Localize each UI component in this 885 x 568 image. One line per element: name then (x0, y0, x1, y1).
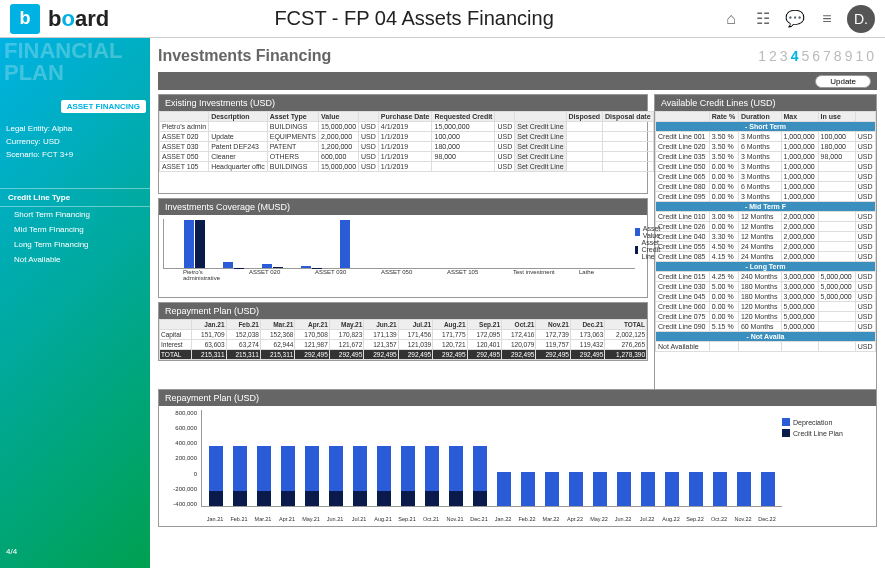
panel-title: Existing Investments (USD) (159, 95, 647, 111)
chat-icon[interactable]: 💬 (783, 7, 807, 31)
credit-group-header[interactable]: - Mid Term F (656, 202, 876, 212)
page-title: FCST - FP 04 Assets Financing (117, 7, 711, 30)
panel-title: Repayment Plan (USD) (159, 303, 647, 319)
existing-investments-table: DescriptionAsset TypeValuePurchase DateR… (159, 111, 654, 172)
disposed-checkbox[interactable] (566, 132, 603, 142)
disposed-checkbox[interactable] (566, 162, 603, 172)
sidebar: FINANCIALPLAN ASSET FINANCING Legal Enti… (0, 38, 150, 568)
avatar[interactable]: D. (847, 5, 875, 33)
sidebar-item[interactable]: Mid Term Financing (0, 222, 150, 237)
panel-title: Available Credit Lines (USD) (655, 95, 876, 111)
layout: FINANCIALPLAN ASSET FINANCING Legal Enti… (0, 38, 885, 568)
app-logo: board (48, 6, 109, 32)
existing-investments-panel: Existing Investments (USD) DescriptionAs… (158, 94, 648, 194)
app-icon: b (10, 4, 40, 34)
sidebar-footer: 4/4 (6, 547, 17, 556)
sidebar-item[interactable]: Short Term Financing (0, 207, 150, 222)
panel-title: Investments Coverage (MUSD) (159, 199, 647, 215)
credit-group-header[interactable]: - Short Term (656, 122, 876, 132)
sidebar-item[interactable]: Long Term Financing (0, 237, 150, 252)
set-credit-line-button[interactable]: Set Credit Line (515, 162, 566, 172)
hierarchy-icon[interactable]: ☷ (751, 7, 775, 31)
section-title: Investments Financing (158, 47, 758, 65)
main: Investments Financing 12345678910 Update… (150, 38, 885, 568)
repayment-chart-panel: Repayment Plan (USD) 800,000600,000400,0… (158, 389, 877, 527)
sidebar-menu: Credit Line Type Short Term FinancingMid… (0, 188, 150, 267)
menu-icon[interactable]: ≡ (815, 7, 839, 31)
legal-entity: Legal Entity: Alpha (6, 123, 146, 136)
sidebar-meta: Legal Entity: Alpha Currency: USD Scenar… (6, 123, 146, 161)
update-button[interactable]: Update (815, 75, 871, 88)
set-credit-line-button[interactable]: Set Credit Line (515, 132, 566, 142)
sidebar-item[interactable]: Not Available (0, 252, 150, 267)
set-credit-line-button[interactable]: Set Credit Line (515, 122, 566, 132)
credit-group-header[interactable]: - Long Term (656, 262, 876, 272)
topbar: b board FCST - FP 04 Assets Financing ⌂ … (0, 0, 885, 38)
repayment-legend: Depreciation Credit Line Plan (782, 410, 872, 522)
repayment-chart: 800,000600,000400,000200,0000-200,000-40… (163, 410, 782, 522)
credit-lines-panel: Available Credit Lines (USD) Rate %Durat… (654, 94, 877, 390)
menu-header[interactable]: Credit Line Type (0, 188, 150, 207)
scenario: Scenario: FCT 3+9 (6, 149, 146, 162)
disposed-checkbox[interactable] (566, 122, 603, 132)
credit-group-header[interactable]: - Not Availa (656, 332, 876, 342)
disposed-checkbox[interactable] (566, 142, 603, 152)
update-bar: Update (158, 72, 877, 90)
sidebar-bg-text: FINANCIALPLAN (4, 40, 123, 84)
repayment-table-panel: Repayment Plan (USD) Jan.21Feb.21Mar.21A… (158, 302, 648, 361)
step-indicator: 12345678910 (758, 48, 877, 64)
repayment-table: Jan.21Feb.21Mar.21Apr.21May.21Jun.21Jul.… (159, 319, 647, 360)
set-credit-line-button[interactable]: Set Credit Line (515, 142, 566, 152)
set-credit-line-button[interactable]: Set Credit Line (515, 152, 566, 162)
main-header: Investments Financing 12345678910 (158, 42, 877, 70)
panel-title: Repayment Plan (USD) (159, 390, 876, 406)
sidebar-badge: ASSET FINANCING (61, 100, 146, 113)
disposed-checkbox[interactable] (566, 152, 603, 162)
currency: Currency: USD (6, 136, 146, 149)
coverage-chart: Pietro's administrativeASSET 020ASSET 03… (163, 219, 635, 289)
credit-lines-table: Rate %DurationMaxIn use- Short TermCredi… (655, 111, 876, 352)
home-icon[interactable]: ⌂ (719, 7, 743, 31)
coverage-legend: Asset Value Asset Credit Line (635, 219, 665, 289)
coverage-panel: Investments Coverage (MUSD) Pietro's adm… (158, 198, 648, 298)
